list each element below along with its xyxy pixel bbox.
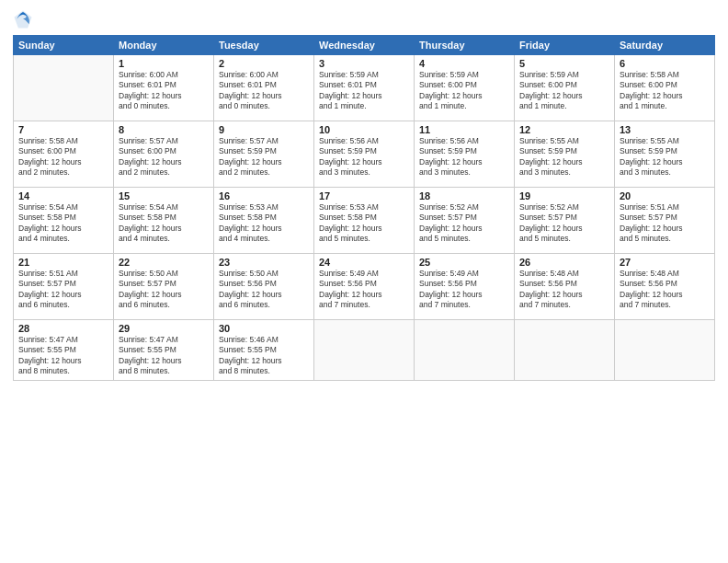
week-row-5: 28Sunrise: 5:47 AMSunset: 5:55 PMDayligh… [14, 320, 715, 381]
calendar-table: SundayMondayTuesdayWednesdayThursdayFrid… [13, 35, 715, 381]
day-cell: 10Sunrise: 5:56 AMSunset: 5:59 PMDayligh… [314, 121, 415, 188]
day-info: Sunrise: 6:00 AMSunset: 6:01 PMDaylight:… [119, 70, 209, 112]
day-info: Sunrise: 5:48 AMSunset: 5:56 PMDaylight:… [620, 269, 710, 311]
day-cell: 22Sunrise: 5:50 AMSunset: 5:57 PMDayligh… [114, 254, 214, 320]
day-cell: 30Sunrise: 5:46 AMSunset: 5:55 PMDayligh… [214, 320, 314, 381]
day-info: Sunrise: 5:51 AMSunset: 5:57 PMDaylight:… [620, 202, 710, 245]
header-row: SundayMondayTuesdayWednesdayThursdayFrid… [14, 36, 715, 55]
day-info: Sunrise: 5:58 AMSunset: 6:00 PMDaylight:… [620, 70, 710, 112]
day-number: 14 [18, 190, 108, 201]
day-info: Sunrise: 5:55 AMSunset: 5:59 PMDaylight:… [620, 136, 710, 178]
day-cell: 11Sunrise: 5:56 AMSunset: 5:59 PMDayligh… [415, 121, 515, 188]
day-info: Sunrise: 5:54 AMSunset: 5:58 PMDaylight:… [18, 202, 108, 245]
week-row-2: 7Sunrise: 5:58 AMSunset: 6:00 PMDaylight… [14, 121, 715, 188]
day-number: 12 [519, 124, 609, 135]
day-cell: 3Sunrise: 5:59 AMSunset: 6:01 PMDaylight… [314, 55, 415, 121]
page: SundayMondayTuesdayWednesdayThursdayFrid… [0, 0, 728, 563]
day-number: 17 [319, 190, 409, 201]
day-info: Sunrise: 5:51 AMSunset: 5:57 PMDaylight:… [18, 269, 108, 311]
day-cell: 28Sunrise: 5:47 AMSunset: 5:55 PMDayligh… [14, 320, 114, 381]
day-info: Sunrise: 5:54 AMSunset: 5:58 PMDaylight:… [119, 202, 209, 245]
day-number: 19 [519, 190, 609, 201]
day-info: Sunrise: 5:52 AMSunset: 5:57 PMDaylight:… [419, 202, 509, 245]
day-cell: 1Sunrise: 6:00 AMSunset: 6:01 PMDaylight… [114, 55, 214, 121]
day-cell [314, 320, 415, 381]
day-number: 28 [18, 323, 108, 334]
day-info: Sunrise: 5:58 AMSunset: 6:00 PMDaylight:… [18, 136, 108, 178]
day-cell: 26Sunrise: 5:48 AMSunset: 5:56 PMDayligh… [515, 254, 615, 320]
day-cell [14, 55, 114, 121]
header [13, 9, 715, 29]
header-cell-wednesday: Wednesday [314, 36, 415, 55]
day-cell: 13Sunrise: 5:55 AMSunset: 5:59 PMDayligh… [615, 121, 715, 188]
day-cell: 5Sunrise: 5:59 AMSunset: 6:00 PMDaylight… [515, 55, 615, 121]
day-cell: 4Sunrise: 5:59 AMSunset: 6:00 PMDaylight… [415, 55, 515, 121]
day-number: 24 [319, 257, 409, 268]
day-number: 22 [119, 257, 209, 268]
week-row-1: 1Sunrise: 6:00 AMSunset: 6:01 PMDaylight… [14, 55, 715, 121]
day-cell: 23Sunrise: 5:50 AMSunset: 5:56 PMDayligh… [214, 254, 314, 320]
day-cell [615, 320, 715, 381]
day-cell: 24Sunrise: 5:49 AMSunset: 5:56 PMDayligh… [314, 254, 415, 320]
header-cell-monday: Monday [114, 36, 214, 55]
day-number: 27 [620, 257, 710, 268]
day-number: 8 [119, 124, 209, 135]
day-number: 25 [419, 257, 509, 268]
day-info: Sunrise: 5:50 AMSunset: 5:57 PMDaylight:… [119, 269, 209, 311]
day-cell: 14Sunrise: 5:54 AMSunset: 5:58 PMDayligh… [14, 188, 114, 254]
day-cell: 21Sunrise: 5:51 AMSunset: 5:57 PMDayligh… [14, 254, 114, 320]
day-number: 9 [219, 124, 309, 135]
day-number: 7 [18, 124, 108, 135]
day-cell: 2Sunrise: 6:00 AMSunset: 6:01 PMDaylight… [214, 55, 314, 121]
day-cell: 8Sunrise: 5:57 AMSunset: 6:00 PMDaylight… [114, 121, 214, 188]
day-info: Sunrise: 5:55 AMSunset: 5:59 PMDaylight:… [519, 136, 609, 178]
logo [13, 9, 37, 29]
day-number: 30 [219, 323, 309, 334]
day-info: Sunrise: 5:47 AMSunset: 5:55 PMDaylight:… [18, 335, 108, 377]
header-cell-tuesday: Tuesday [214, 36, 314, 55]
day-number: 13 [620, 124, 710, 135]
header-cell-friday: Friday [515, 36, 615, 55]
day-number: 20 [620, 190, 710, 201]
day-info: Sunrise: 5:49 AMSunset: 5:56 PMDaylight:… [319, 269, 409, 311]
week-row-4: 21Sunrise: 5:51 AMSunset: 5:57 PMDayligh… [14, 254, 715, 320]
day-cell: 6Sunrise: 5:58 AMSunset: 6:00 PMDaylight… [615, 55, 715, 121]
day-number: 15 [119, 190, 209, 201]
day-cell: 15Sunrise: 5:54 AMSunset: 5:58 PMDayligh… [114, 188, 214, 254]
day-info: Sunrise: 5:50 AMSunset: 5:56 PMDaylight:… [219, 269, 309, 311]
day-number: 23 [219, 257, 309, 268]
day-info: Sunrise: 5:47 AMSunset: 5:55 PMDaylight:… [119, 335, 209, 377]
day-number: 29 [119, 323, 209, 334]
day-info: Sunrise: 5:48 AMSunset: 5:56 PMDaylight:… [519, 269, 609, 311]
header-cell-thursday: Thursday [415, 36, 515, 55]
day-number: 4 [419, 58, 509, 69]
day-cell [515, 320, 615, 381]
day-number: 2 [219, 58, 309, 69]
day-number: 16 [219, 190, 309, 201]
day-cell: 18Sunrise: 5:52 AMSunset: 5:57 PMDayligh… [415, 188, 515, 254]
logo-icon [13, 9, 33, 29]
day-info: Sunrise: 5:56 AMSunset: 5:59 PMDaylight:… [319, 136, 409, 178]
day-info: Sunrise: 5:57 AMSunset: 6:00 PMDaylight:… [119, 136, 209, 178]
day-cell: 16Sunrise: 5:53 AMSunset: 5:58 PMDayligh… [214, 188, 314, 254]
day-info: Sunrise: 5:53 AMSunset: 5:58 PMDaylight:… [219, 202, 309, 245]
day-info: Sunrise: 5:59 AMSunset: 6:00 PMDaylight:… [419, 70, 509, 112]
day-number: 10 [319, 124, 409, 135]
day-number: 26 [519, 257, 609, 268]
day-cell: 7Sunrise: 5:58 AMSunset: 6:00 PMDaylight… [14, 121, 114, 188]
day-info: Sunrise: 5:46 AMSunset: 5:55 PMDaylight:… [219, 335, 309, 377]
header-cell-saturday: Saturday [615, 36, 715, 55]
day-cell: 27Sunrise: 5:48 AMSunset: 5:56 PMDayligh… [615, 254, 715, 320]
day-cell: 19Sunrise: 5:52 AMSunset: 5:57 PMDayligh… [515, 188, 615, 254]
day-cell [415, 320, 515, 381]
header-cell-sunday: Sunday [14, 36, 114, 55]
day-cell: 29Sunrise: 5:47 AMSunset: 5:55 PMDayligh… [114, 320, 214, 381]
day-number: 5 [519, 58, 609, 69]
day-info: Sunrise: 5:53 AMSunset: 5:58 PMDaylight:… [319, 202, 409, 245]
day-info: Sunrise: 6:00 AMSunset: 6:01 PMDaylight:… [219, 70, 309, 112]
day-number: 18 [419, 190, 509, 201]
day-cell: 17Sunrise: 5:53 AMSunset: 5:58 PMDayligh… [314, 188, 415, 254]
day-number: 1 [119, 58, 209, 69]
day-cell: 9Sunrise: 5:57 AMSunset: 5:59 PMDaylight… [214, 121, 314, 188]
day-info: Sunrise: 5:59 AMSunset: 6:00 PMDaylight:… [519, 70, 609, 112]
